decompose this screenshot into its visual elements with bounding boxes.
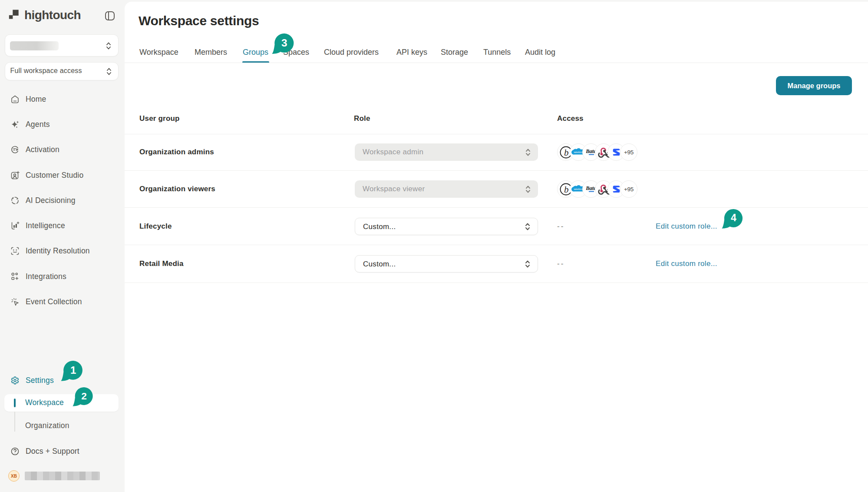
svg-text:2: 2 <box>82 390 87 401</box>
svg-text:1: 1 <box>70 364 76 376</box>
svg-text:b: b <box>564 147 569 157</box>
svg-text:3: 3 <box>281 37 287 49</box>
svg-text:salesforce: salesforce <box>574 151 583 153</box>
svg-text:salesforce: salesforce <box>574 188 583 190</box>
svg-text:4: 4 <box>731 213 736 224</box>
svg-text:b: b <box>564 184 569 194</box>
